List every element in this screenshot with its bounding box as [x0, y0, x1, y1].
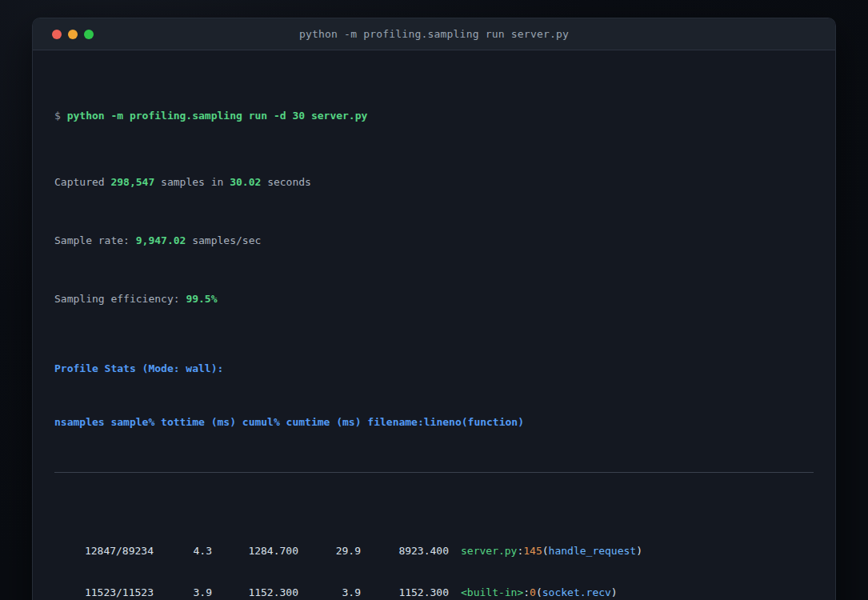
table-row: 11523/115233.91152.3003.91152.300<built-…	[54, 584, 814, 600]
terminal-output: $ python -m profiling.sampling run -d 30…	[33, 50, 835, 600]
location-cell: <built-in>:0(socket.recv)	[461, 584, 618, 600]
efficiency-line: Sampling efficiency: 99.5%	[54, 292, 814, 306]
terminal-window: python -m profiling.sampling run server.…	[32, 18, 836, 600]
table-columns-header: nsamples sample% tottime (ms) cumul% cum…	[54, 415, 814, 430]
close-button[interactable]	[52, 30, 62, 39]
rate-label: Sample rate:	[54, 234, 136, 246]
captured-mid-label: samples in	[154, 176, 230, 188]
captured-post-label: seconds	[261, 176, 311, 188]
prompt-line: $ python -m profiling.sampling run -d 30…	[54, 109, 814, 123]
captured-seconds-value: 30.02	[230, 176, 261, 188]
efficiency-value: 99.5%	[186, 293, 217, 305]
traffic-lights	[52, 18, 94, 50]
table-divider	[54, 472, 814, 473]
stats-table: 12847/892344.31284.70029.98923.400server…	[54, 518, 814, 600]
prompt-symbol: $	[54, 110, 67, 122]
minimize-button[interactable]	[68, 30, 78, 39]
window-title: python -m profiling.sampling run server.…	[299, 28, 569, 40]
rate-value: 9,947.02	[136, 234, 186, 246]
captured-samples-value: 298,547	[110, 176, 154, 188]
captured-label: Captured	[54, 176, 110, 188]
profile-stats-heading: Profile Stats (Mode: wall):	[54, 362, 814, 376]
captured-line: Captured 298,547 samples in 30.02 second…	[54, 175, 814, 190]
efficiency-label: Sampling efficiency:	[54, 293, 186, 305]
rate-unit-label: samples/sec	[186, 234, 261, 246]
command-text: python -m profiling.sampling run -d 30 s…	[67, 110, 368, 122]
location-cell: server.py:145(handle_request)	[461, 542, 642, 560]
sample-rate-line: Sample rate: 9,947.02 samples/sec	[54, 234, 814, 248]
zoom-button[interactable]	[84, 30, 94, 39]
titlebar: python -m profiling.sampling run server.…	[33, 18, 835, 50]
table-row: 12847/892344.31284.70029.98923.400server…	[54, 542, 814, 560]
